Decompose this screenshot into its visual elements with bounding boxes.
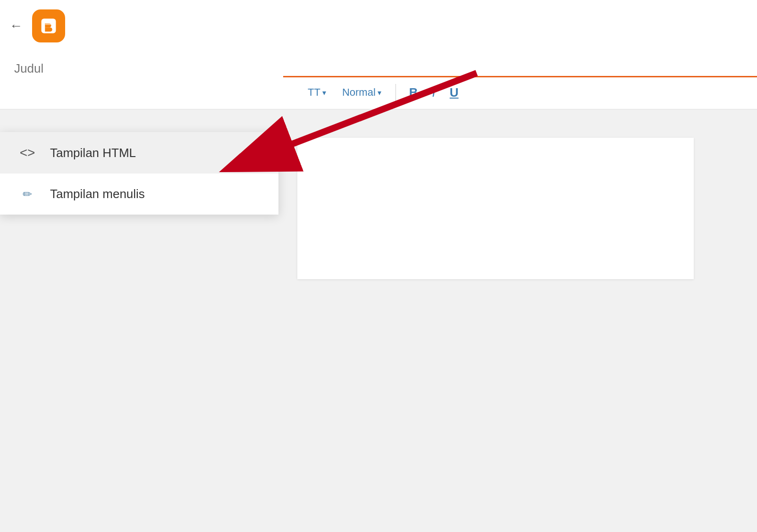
blogger-icon-svg <box>38 16 59 36</box>
font-size-label: TT <box>308 86 320 99</box>
write-view-label: Tampilan menulis <box>50 187 145 201</box>
html-view-icon: <> <box>19 145 36 160</box>
italic-button[interactable]: I <box>428 83 440 102</box>
top-bar: ← <box>0 0 757 52</box>
title-input[interactable] <box>14 61 743 76</box>
dropdown-menu: <> Tampilan HTML ✏ Tampilan menulis <box>0 132 278 215</box>
svg-rect-1 <box>45 24 52 25</box>
html-view-label: Tampilan HTML <box>50 146 136 160</box>
right-panel <box>283 109 757 532</box>
font-style-chevron-icon: ▾ <box>378 88 381 97</box>
font-style-label: Normal <box>342 86 376 99</box>
bold-button[interactable]: B <box>404 83 423 102</box>
font-size-button[interactable]: TT ▾ <box>302 83 332 102</box>
dropdown-item-html[interactable]: <> Tampilan HTML <box>0 132 278 174</box>
main-container: ← TT ▾ Normal ▾ B <box>0 0 757 532</box>
toolbar-orange-underline <box>283 76 757 77</box>
underline-button[interactable]: U <box>445 83 463 102</box>
dropdown-item-write[interactable]: ✏ Tampilan menulis <box>0 174 278 215</box>
font-size-chevron-icon: ▾ <box>322 88 326 97</box>
back-arrow-icon: ← <box>9 18 23 33</box>
toolbar-area: TT ▾ Normal ▾ B I U <box>0 76 757 109</box>
font-style-button[interactable]: Normal ▾ <box>336 83 387 102</box>
blogger-logo <box>32 9 65 42</box>
editor-box[interactable] <box>297 138 694 279</box>
write-view-icon: ✏ <box>19 188 36 201</box>
back-button[interactable]: ← <box>9 18 23 33</box>
toolbar-divider <box>395 84 396 101</box>
toolbar-buttons: TT ▾ Normal ▾ B I U <box>0 76 757 109</box>
title-area <box>0 52 757 76</box>
